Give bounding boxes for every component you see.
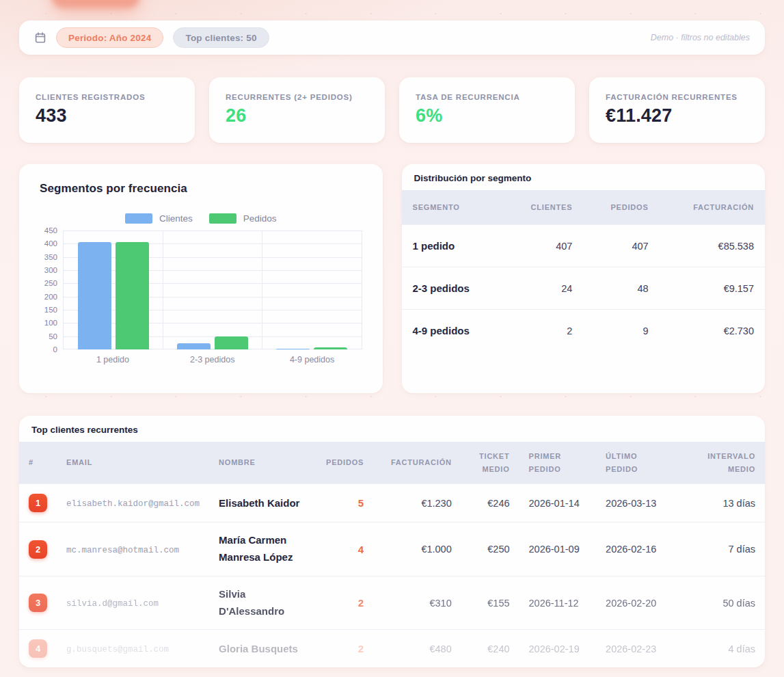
- bar-group-2: [262, 230, 361, 349]
- chart-legend: ClientesPedidos: [40, 213, 362, 224]
- clients-col-header: FACTURACIÓN: [373, 442, 461, 484]
- kpi-value: 433: [36, 105, 178, 127]
- chart-plot: 450400350300250200150100500: [40, 230, 362, 349]
- kpi-value: 26: [226, 105, 368, 127]
- bars-layer: [64, 230, 362, 349]
- top-clients-filter-pill: Top clientes: 50: [173, 27, 269, 48]
- client-email: mc.manresa@hotmail.com: [66, 546, 179, 555]
- last-order-cell: 2026-02-16: [596, 522, 679, 576]
- clients-col-header: INTERVALO MEDIO: [679, 442, 765, 484]
- segment-clients: 407: [502, 225, 584, 267]
- avg-ticket-cell: €155: [461, 576, 519, 630]
- segment-col-header: CLIENTES: [502, 190, 584, 225]
- segment-table-title: Distribución por segmento: [402, 164, 766, 190]
- kpi-card-1: RECURRENTES (2+ PEDIDOS)26: [209, 77, 385, 143]
- kpi-cards-row: CLIENTES REGISTRADOS433RECURRENTES (2+ P…: [19, 77, 765, 143]
- chart-y-axis: 450400350300250200150100500: [40, 230, 63, 349]
- bar-clientes-2: [276, 349, 310, 349]
- partially-visible-top-button[interactable]: [51, 0, 140, 8]
- chart-title: Segmentos por frecuencia: [40, 182, 362, 196]
- rank-cell: 1: [19, 484, 57, 522]
- segment-clients: 2: [502, 310, 584, 352]
- y-tick-label: 0: [53, 345, 57, 354]
- bar-pedidos-0: [116, 242, 149, 349]
- first-order-cell: 2026-02-19: [519, 630, 597, 668]
- y-tick-label: 200: [44, 293, 57, 301]
- kpi-value: €11.427: [606, 105, 748, 127]
- segment-col-header: SEGMENTO: [402, 190, 502, 225]
- segment-name: 1 pedido: [402, 225, 502, 267]
- orders-cell: 2: [316, 576, 373, 630]
- client-email: elisabeth.kaidor@gmail.com: [66, 499, 200, 509]
- segment-revenue: €2.730: [660, 310, 765, 352]
- bar-group-0: [64, 230, 163, 349]
- segment-col-header: PEDIDOS: [583, 190, 659, 225]
- client-email: silvia.d@gmail.com: [66, 599, 159, 609]
- kpi-label: CLIENTES REGISTRADOS: [36, 93, 178, 101]
- avg-ticket-cell: €246: [461, 484, 519, 522]
- bar-clientes-0: [78, 242, 111, 349]
- bar-group-1: [163, 230, 262, 349]
- avg-ticket-cell: €250: [461, 522, 519, 576]
- y-tick-label: 100: [44, 319, 57, 327]
- kpi-card-3: FACTURACIÓN RECURRENTES€11.427: [589, 77, 765, 143]
- legend-label: Clientes: [159, 213, 193, 224]
- dashboard-page: Periodo: Año 2024 Top clientes: 50 Demo …: [0, 0, 784, 677]
- clients-col-header: TICKET MEDIO: [461, 442, 519, 484]
- table-row: 4-9 pedidos29€2.730: [402, 310, 766, 352]
- name-cell: Gloria Busquets: [209, 630, 316, 668]
- segment-name: 2-3 pedidos: [402, 267, 502, 310]
- kpi-value: 6%: [416, 105, 558, 127]
- calendar-icon: [34, 31, 46, 44]
- clients-col-header: ÚLTIMO PEDIDO: [596, 442, 679, 484]
- table-row: 1 pedido407407€85.538: [402, 225, 766, 267]
- avg-interval-cell: 13 días: [679, 484, 765, 522]
- clients-col-header: #: [19, 442, 57, 484]
- top-clients-card: Top clientes recurrentes #EMAILNOMBREPED…: [19, 416, 765, 667]
- bar-pedidos-1: [215, 336, 248, 349]
- avg-interval-cell: 4 días: [679, 630, 765, 668]
- first-order-cell: 2026-11-12: [519, 576, 597, 630]
- email-cell: elisabeth.kaidor@gmail.com: [57, 484, 209, 522]
- clients-col-header: PEDIDOS: [316, 442, 373, 484]
- clients-col-header: PRIMER PEDIDO: [519, 442, 597, 484]
- email-cell: mc.manresa@hotmail.com: [57, 522, 209, 576]
- first-order-cell: 2026-01-09: [519, 522, 597, 576]
- table-row: 2mc.manresa@hotmail.comMaría Carmen Manr…: [19, 522, 765, 576]
- kpi-label: FACTURACIÓN RECURRENTES: [606, 93, 748, 101]
- rank-badge: 2: [29, 540, 47, 559]
- client-email: g.busquets@gmail.com: [66, 645, 169, 654]
- period-filter-pill: Periodo: Año 2024: [56, 27, 163, 48]
- y-tick-label: 450: [44, 226, 57, 235]
- name-cell: Silvia D'Alessandro: [209, 576, 316, 630]
- legend-swatch: [125, 213, 152, 224]
- avg-interval-cell: 7 días: [679, 522, 765, 576]
- last-order-cell: 2026-02-20: [596, 576, 679, 630]
- segment-orders: 48: [583, 267, 659, 310]
- rank-badge: 3: [29, 594, 47, 612]
- table-row: 3silvia.d@gmail.comSilvia D'Alessandro2€…: [19, 576, 765, 630]
- middle-row: Segmentos por frecuencia ClientesPedidos…: [19, 164, 765, 393]
- table-row: 4g.busquets@gmail.comGloria Busquets2€48…: [19, 630, 765, 668]
- revenue-cell: €310: [373, 576, 461, 630]
- bar-pedidos-2: [314, 347, 347, 349]
- first-order-cell: 2026-01-14: [519, 484, 597, 522]
- kpi-card-0: CLIENTES REGISTRADOS433: [19, 77, 195, 143]
- legend-label: Pedidos: [243, 213, 277, 224]
- y-tick-label: 300: [44, 266, 57, 274]
- name-cell: Elisabeth Kaidor: [209, 484, 316, 522]
- segment-revenue: €9.157: [660, 267, 765, 310]
- y-tick-label: 350: [44, 253, 57, 261]
- rank-cell: 2: [19, 522, 57, 576]
- client-name: María Carmen Manresa López: [219, 532, 307, 566]
- client-name: Silvia D'Alessandro: [219, 586, 307, 620]
- rank-cell: 4: [19, 630, 57, 668]
- orders-cell: 4: [316, 522, 373, 576]
- kpi-label: RECURRENTES (2+ PEDIDOS): [226, 93, 368, 101]
- orders-cell: 2: [316, 630, 373, 668]
- email-cell: g.busquets@gmail.com: [57, 630, 209, 668]
- x-axis-label: 2-3 pedidos: [163, 355, 262, 364]
- y-tick-label: 400: [44, 239, 57, 248]
- segment-clients: 24: [502, 267, 584, 310]
- segment-orders: 407: [583, 225, 659, 267]
